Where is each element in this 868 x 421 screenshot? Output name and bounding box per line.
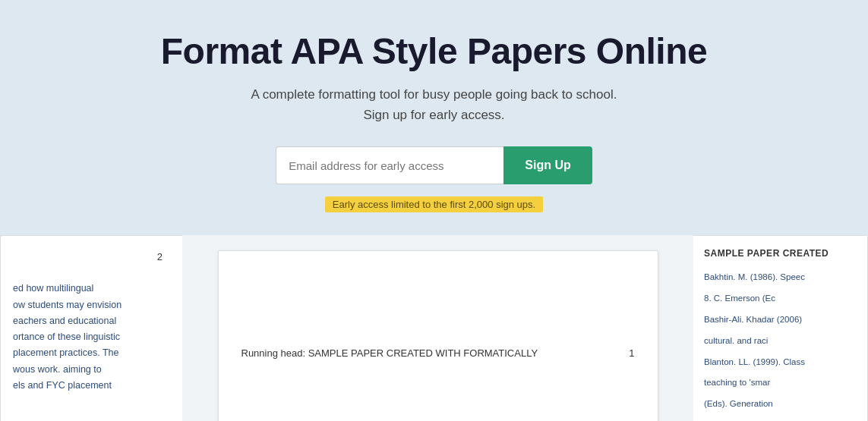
- list-item: Bakhtin. M. (1986). Speec: [704, 271, 857, 284]
- list-item: eachers and educational: [13, 313, 170, 329]
- list-item: wous work. aiming to: [13, 362, 170, 378]
- list-item: cultural. and raci: [704, 335, 857, 348]
- list-item: Bashir-Ali. Khadar (2006): [704, 313, 857, 327]
- running-head: Running head: SAMPLE PAPER CREATED WITH …: [241, 347, 538, 359]
- email-input[interactable]: [276, 146, 503, 184]
- list-item: els and FYC placement: [13, 378, 170, 394]
- list-item: ow students may envision: [13, 297, 170, 313]
- content-area: 2 ed how multilingual ow students may en…: [0, 235, 868, 421]
- list-item: teaching to 'smar: [704, 376, 857, 390]
- list-item: 8. C. Emerson (Ec: [704, 292, 857, 306]
- list-item: placement practices. The: [13, 345, 170, 361]
- signup-button[interactable]: Sign Up: [503, 146, 592, 184]
- right-panel-title: SAMPLE PAPER CREATED: [704, 248, 857, 259]
- page-title: Format APA Style Papers Online: [15, 30, 853, 72]
- list-item: (Eds). Generation: [704, 397, 857, 411]
- hero-subtitle: A complete formatting tool for busy peop…: [15, 84, 853, 125]
- center-panel: Running head: SAMPLE PAPER CREATED WITH …: [182, 235, 693, 421]
- doc-page-number: 1: [629, 347, 634, 359]
- list-item: ortance of these linguistic: [13, 329, 170, 345]
- signup-form: Sign Up: [15, 146, 853, 184]
- left-panel-text: ed how multilingual ow students may envi…: [13, 281, 170, 394]
- hero-section: Format APA Style Papers Online A complet…: [0, 0, 868, 228]
- right-panel: SAMPLE PAPER CREATED Bakhtin. M. (1986).…: [693, 235, 868, 421]
- early-access-notice: Early access limited to the first 2,000 …: [15, 192, 853, 212]
- list-item: Blanton. LL. (1999). Class: [704, 356, 857, 369]
- left-panel: 2 ed how multilingual ow students may en…: [0, 235, 182, 421]
- left-page-number: 2: [13, 251, 170, 262]
- subtitle-line2: Sign up for early access.: [363, 108, 504, 122]
- subtitle-line1: A complete formatting tool for busy peop…: [251, 87, 617, 102]
- list-item: ed how multilingual: [13, 281, 170, 297]
- document-preview: Running head: SAMPLE PAPER CREATED WITH …: [218, 250, 658, 421]
